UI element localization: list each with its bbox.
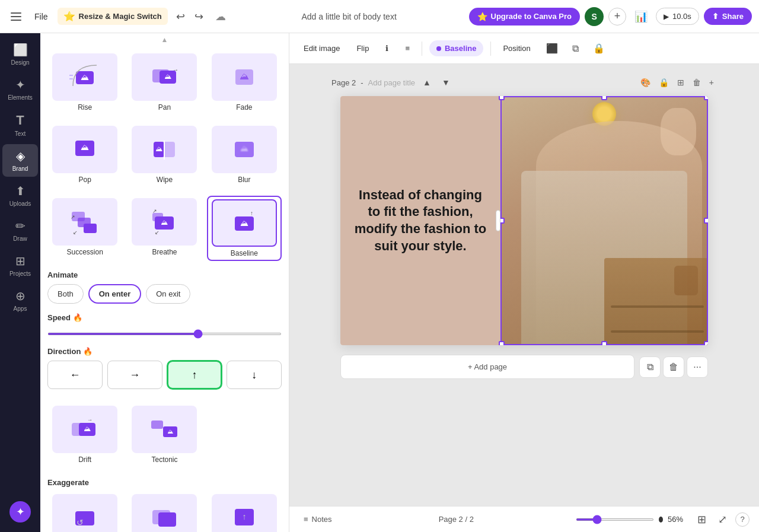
position-button[interactable]: Position (498, 40, 535, 56)
cloud-save-icon[interactable]: ☁ (212, 7, 229, 27)
ai-star-icon: ✦ (16, 505, 25, 518)
svg-text:⛰: ⛰ (81, 142, 89, 152)
page-number: Page 2 (331, 78, 356, 87)
edit-image-label: Edit image (304, 44, 340, 53)
animation-rise-card[interactable]: ⛰ Rise (47, 51, 122, 114)
animation-breathe-card[interactable]: ⛰ ↗ ↙ Breathe (127, 196, 202, 261)
svg-text:⛰: ⛰ (164, 72, 171, 81)
info-button[interactable]: ℹ (381, 40, 393, 56)
expand-view-button[interactable]: ⤢ (715, 511, 731, 528)
direction-left-button[interactable]: ← (47, 361, 103, 389)
help-button[interactable]: ? (735, 512, 750, 527)
tab-on-exit[interactable]: On exit (146, 284, 190, 304)
share-button[interactable]: ⬆ Share (704, 8, 752, 25)
upgrade-emoji: ⭐ (477, 12, 487, 21)
animation-succession-card[interactable]: ↗ ↙ Succession (47, 196, 122, 261)
animation-pop-card[interactable]: ⛰ Pop (47, 123, 122, 186)
animation-baseline-card[interactable]: ⛰ ↑ Baseline (207, 196, 282, 261)
direction-up-button[interactable]: ↑ (167, 361, 222, 389)
play-button[interactable]: ▶ 10.0s (656, 8, 699, 25)
sidebar-item-draw[interactable]: ✏ Draw (2, 214, 38, 247)
scroll-up-arrow[interactable]: ▲ (40, 33, 289, 46)
resize-magic-switch-button[interactable]: ⭐ Resize & Magic Switch (58, 8, 168, 25)
redo-button[interactable]: ↪ (191, 7, 207, 27)
animate-section-label: Animate (40, 266, 289, 282)
analytics-icon[interactable]: 📊 (631, 7, 651, 27)
tab-both[interactable]: Both (47, 284, 84, 304)
animation-pan-card[interactable]: ⛰ → Pan (127, 51, 202, 114)
ai-assistant-button[interactable]: ✦ (9, 501, 31, 523)
animation-blur-card[interactable]: ⛰ Blur (207, 123, 282, 186)
add-page-button[interactable]: + Add page (340, 355, 634, 379)
sidebar-item-apps[interactable]: ⊕ Apps (2, 284, 38, 317)
page-info: Page 2 / 2 (342, 515, 571, 524)
canvas-image-panel[interactable] (500, 96, 708, 345)
checkerboard-icon[interactable]: ⬛ (543, 39, 562, 58)
page-down-button[interactable]: ▼ (439, 76, 453, 89)
exaggerate-grid: ↺ ↑ (40, 492, 289, 532)
grid-view-button[interactable]: ⊞ (694, 511, 710, 528)
svg-text:→: → (173, 66, 178, 73)
zoom-percentage[interactable]: 56% (668, 515, 689, 524)
duplicate-page-button[interactable]: ⧉ (639, 356, 661, 378)
speed-section: Speed 🔥 (40, 311, 289, 345)
delete-page-button[interactable]: 🗑 (663, 356, 684, 378)
exaggerate-card-3[interactable]: ↑ (207, 492, 282, 532)
elements-label: Elements (8, 94, 33, 101)
add-collaborator-button[interactable]: + (608, 8, 626, 26)
sidebar-item-uploads[interactable]: ⬆ Uploads (2, 179, 38, 212)
direction-down-button[interactable]: ↓ (227, 361, 282, 389)
menu-button[interactable]: ≡ (400, 40, 414, 56)
lock-icon[interactable]: 🔒 (589, 39, 608, 58)
page-lock-button[interactable]: 🔒 (656, 76, 672, 89)
more-options-button[interactable]: ··· (687, 356, 708, 378)
hamburger-menu[interactable] (7, 9, 25, 24)
animation-grid-row3: ↗ ↙ Succession ⛰ ↗ ↙ Breathe (40, 191, 289, 266)
animation-panel: ▲ ⛰ Rise (40, 33, 289, 532)
palette-icon-button[interactable]: 🎨 (637, 76, 653, 89)
flip-button[interactable]: Flip (352, 40, 374, 56)
animation-wipe-card[interactable]: ⛰ Wipe (127, 123, 202, 186)
canvas: ↻ (340, 96, 708, 345)
animation-tectonic-card[interactable]: ⛰ Tectonic (127, 403, 202, 466)
resize-handle-left[interactable] (496, 210, 500, 231)
baseline-label: Baseline (445, 44, 476, 53)
animation-drift-card[interactable]: ⛰ → Drift (47, 403, 122, 466)
canvas-inner: Instead of changing to fit the fashion, … (340, 96, 708, 345)
speed-slider[interactable] (47, 333, 282, 335)
page-delete-button[interactable]: 🗑 (690, 76, 704, 89)
page-frame-button[interactable]: ⊞ (674, 76, 687, 89)
edit-image-button[interactable]: Edit image (299, 40, 345, 56)
sidebar-item-elements[interactable]: ✦ Elements (2, 73, 38, 106)
sidebar-item-projects[interactable]: ⊞ Projects (2, 249, 38, 282)
canvas-text-panel[interactable]: Instead of changing to fit the fashion, … (340, 96, 500, 345)
file-menu[interactable]: File (30, 9, 53, 24)
undo-button[interactable]: ↩ (173, 7, 189, 27)
upgrade-button[interactable]: ⭐ Upgrade to Canva Pro (469, 8, 581, 26)
exaggerate-card-2[interactable] (127, 492, 202, 532)
animation-fade-card[interactable]: ⛰ Fade (207, 51, 282, 114)
sidebar: ⬜ Design ✦ Elements T Text ◈ Brand ⬆ Upl… (0, 33, 40, 532)
page-up-button[interactable]: ▲ (420, 76, 434, 89)
notes-button[interactable]: ≡ Notes (299, 512, 337, 526)
tab-on-enter[interactable]: On enter (88, 284, 141, 304)
sidebar-item-text[interactable]: T Text (2, 108, 38, 142)
main-area: ⬜ Design ✦ Elements T Text ◈ Brand ⬆ Upl… (0, 33, 759, 532)
direction-right-button[interactable]: → (107, 361, 162, 389)
exaggerate-card-1[interactable]: ↺ (47, 492, 122, 532)
user-avatar[interactable]: S (585, 7, 604, 26)
zoom-slider[interactable] (576, 518, 654, 521)
page-expand-button[interactable]: + (706, 76, 717, 89)
page-title-placeholder[interactable]: Add page title (368, 78, 416, 87)
sidebar-item-design[interactable]: ⬜ Design (2, 38, 38, 71)
layer-icon[interactable]: ⧉ (569, 40, 582, 58)
baseline-label: Baseline (231, 249, 258, 257)
sidebar-item-brand[interactable]: ◈ Brand (2, 144, 38, 177)
blur-thumb: ⛰ (212, 126, 277, 173)
pan-label: Pan (158, 103, 171, 112)
upgrade-label: Upgrade to Canva Pro (491, 12, 572, 21)
projects-icon: ⊞ (15, 254, 25, 268)
page-title-bar: Page 2 - Add page title ▲ ▼ 🎨 🔒 ⊞ 🗑 + (331, 76, 717, 89)
baseline-button[interactable]: Baseline (429, 40, 483, 56)
document-title[interactable]: Add a little bit of body text (234, 9, 464, 24)
